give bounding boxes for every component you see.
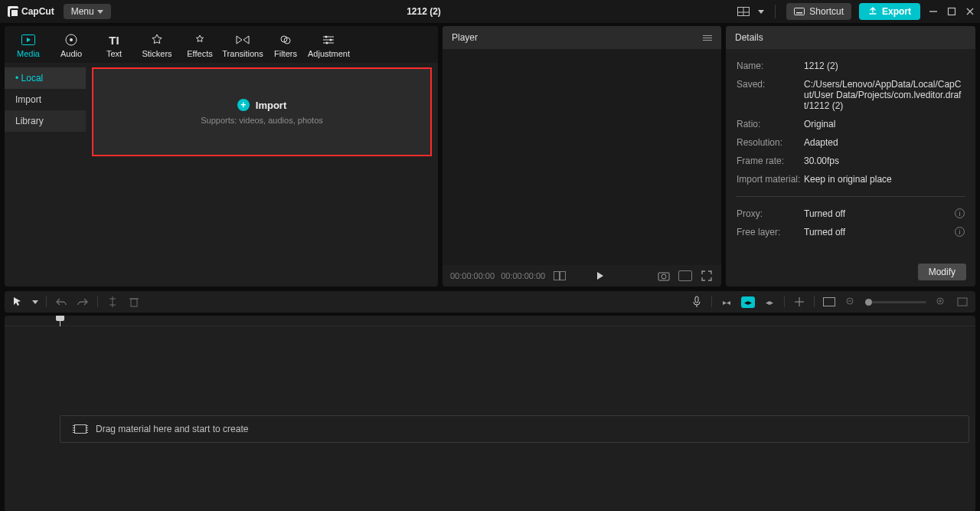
zoom-in-icon[interactable] [934,295,948,309]
film-icon [74,424,87,434]
sidebar-item-import[interactable]: Import [5,89,86,110]
detail-value: Turned off [804,208,955,219]
divider [775,5,776,18]
redo-icon[interactable] [76,295,90,309]
details-title: Details [735,32,763,43]
detail-row-frame-rate: Frame rate: 30.00fps [737,152,965,170]
project-title: 1212 (2) [111,6,737,17]
effects-icon [179,32,220,47]
preview-icon[interactable] [822,295,836,309]
info-icon[interactable]: i [955,208,965,218]
timeline-drop-track[interactable]: Drag material here and start to create [60,415,969,443]
media-sidebar: Local Import Library [5,63,86,287]
fullscreen-icon[interactable] [700,269,714,283]
svg-rect-19 [131,299,137,306]
sidebar-item-label: Import [15,94,41,105]
keyboard-icon [794,8,805,15]
divider [814,296,815,307]
mic-icon[interactable] [690,295,704,309]
delete-icon[interactable] [127,295,141,309]
tab-filters[interactable]: Filters [265,29,306,63]
tab-effects[interactable]: Effects [179,29,220,63]
divider [737,196,965,197]
window-close-button[interactable] [965,6,975,17]
svg-rect-21 [824,298,835,306]
media-body: Local Import Library + Import Supports: … [5,63,438,287]
window-minimize-button[interactable] [928,6,939,17]
info-icon[interactable]: i [955,227,965,237]
svg-point-14 [326,42,328,44]
tab-audio[interactable]: Audio [51,29,92,63]
zoom-out-icon[interactable] [844,295,858,309]
detail-value: Adapted [804,137,965,148]
time-current: 00:00:00:00 [450,271,495,280]
import-dropzone[interactable]: + Import Supports: videos, audios, photo… [92,67,432,156]
tab-stickers[interactable]: Stickers [136,29,178,63]
align-icon[interactable] [792,295,806,309]
app-name: CapCut [21,6,54,17]
player-viewport[interactable] [443,49,721,265]
undo-icon[interactable] [54,295,68,309]
export-label: Export [882,6,911,17]
play-button[interactable] [597,272,603,280]
svg-point-12 [325,36,328,38]
text-icon: TI [93,32,135,47]
aspect-ratio-button[interactable] [678,269,692,283]
import-title-row: + Import [237,99,286,111]
sidebar-item-local[interactable]: Local [5,67,86,89]
player-title: Player [452,32,478,43]
chevron-down-icon[interactable] [758,10,764,14]
player-panel: Player 00:00:00:00 00:00:00:00 [443,26,721,287]
modify-button[interactable]: Modify [918,264,966,280]
detail-value: Original [804,119,965,129]
export-button[interactable]: Export [859,3,920,20]
detail-row-import-material: Import material: Keep in original place [737,170,965,188]
zoom-slider[interactable] [865,301,926,303]
compare-icon[interactable] [553,269,567,283]
tab-media[interactable]: Media [8,29,49,63]
timeline-ruler[interactable] [5,316,975,326]
detail-label: Proxy: [737,208,804,219]
details-panel: Details Name: 1212 (2) Saved: C:/Users/L… [726,26,975,287]
svg-rect-3 [795,8,805,15]
detail-value: 30.00fps [804,156,965,166]
tab-text[interactable]: TI Text [93,29,135,63]
select-tool-icon[interactable] [11,295,24,309]
shortcut-button[interactable]: Shortcut [786,3,851,20]
window-maximize-button[interactable] [946,6,957,17]
export-icon [868,7,877,16]
sticker-icon [136,32,178,47]
player-timecodes: 00:00:00:00 00:00:00:00 [450,271,545,280]
modify-label: Modify [929,267,956,277]
adjustment-icon [308,32,349,47]
filters-icon [265,32,306,47]
chevron-down-icon[interactable] [32,300,38,304]
detail-label: Name: [737,61,804,71]
tab-label: Effects [179,49,220,58]
tab-adjustment[interactable]: Adjustment [308,29,349,63]
detail-label: Free layer: [737,227,804,237]
time-total: 00:00:00:00 [501,271,545,280]
detail-label: Frame rate: [737,156,804,166]
split-icon[interactable] [106,295,119,309]
menu-button[interactable]: Menu [64,4,111,19]
sidebar-item-library[interactable]: Library [5,110,86,132]
divider [784,296,785,307]
magnet-right-icon[interactable]: ◂▸ [763,296,776,308]
detail-row-resolution: Resolution: Adapted [737,133,965,152]
tab-label: Stickers [136,49,178,58]
player-menu-icon[interactable] [703,35,712,41]
app-logo: CapCut [5,6,57,17]
timeline[interactable]: Drag material here and start to create [5,316,975,511]
fit-icon[interactable] [956,295,969,309]
svg-rect-6 [949,8,956,15]
tab-label: Adjustment [308,49,349,58]
tab-transitions[interactable]: Transitions [222,29,263,63]
snapshot-icon[interactable] [657,269,671,283]
magnet-left-icon[interactable]: ▸◂ [720,296,733,308]
timeline-hint: Drag material here and start to create [96,424,248,434]
magnet-center-icon[interactable]: ◂▸ [741,296,755,308]
playhead[interactable] [60,316,60,326]
svg-rect-16 [560,272,566,280]
layout-icon[interactable] [737,5,750,18]
